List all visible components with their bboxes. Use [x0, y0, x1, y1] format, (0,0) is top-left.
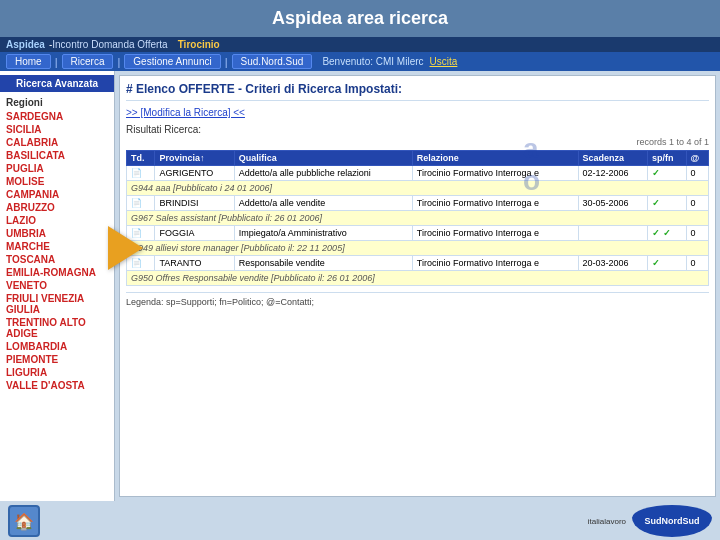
spfn-cell: ✓: [648, 166, 687, 181]
relazione-cell: Tirocinio Formativo Interroga e: [412, 196, 578, 211]
provincia-cell: BRINDISI: [155, 196, 234, 211]
published-row: G967 Sales assistant [Pubblicato il: 26 …: [127, 211, 709, 226]
sidebar-region-item[interactable]: VALLE D'AOSTA: [0, 379, 114, 392]
published-row: G944 aaa [Pubblicato i 24 01 2006]: [127, 181, 709, 196]
content-title: # Elenco OFFERTE - Criteri di Ricerca Im…: [126, 82, 709, 101]
sidebar-region-item[interactable]: EMILIA-ROMAGNA: [0, 266, 114, 279]
table-row: 📄AGRIGENTOAddetto/a alle pubbliche relaz…: [127, 166, 709, 181]
relazione-cell: Tirocinio Formativo Interroga e: [412, 226, 578, 241]
bottom-logos: italialavoro SudNordSud: [588, 505, 712, 537]
arrow-decoration: [108, 226, 143, 270]
sidebar: Ricerca Avanzata Regioni SARDEGNASICILIA…: [0, 71, 115, 501]
at-cell: 0: [686, 226, 709, 241]
sidebar-region-item[interactable]: VENETO: [0, 279, 114, 292]
sidebar-region-item[interactable]: SARDEGNA: [0, 110, 114, 123]
nav-incontro[interactable]: Incontro Domanda Offerta: [52, 39, 167, 50]
relazione-cell: Tirocinio Formativo Interroga e: [412, 166, 578, 181]
nav-tirocinio[interactable]: Tirocinio: [178, 39, 220, 50]
sidebar-region-item[interactable]: TOSCANA: [0, 253, 114, 266]
uscita-link[interactable]: Uscita: [430, 56, 458, 67]
nav-home-btn[interactable]: Home: [6, 54, 51, 69]
legend: Legenda: sp=Supporti; fn=Politico; @=Con…: [126, 292, 709, 307]
scadenza-cell: 20-03-2006: [578, 256, 647, 271]
spfn-cell: ✓: [648, 256, 687, 271]
table-header-cell: sp/fn: [648, 151, 687, 166]
spfn-cell: ✓ ✓: [648, 226, 687, 241]
table-row: G949 allievi store manager [Pubblicato i…: [127, 241, 709, 256]
brand-label: Aspidea: [6, 39, 45, 50]
at-cell: 0: [686, 196, 709, 211]
table-row: G967 Sales assistant [Pubblicato il: 26 …: [127, 211, 709, 226]
results-table: Td.Provincia↑QualificaRelazioneScadenzas…: [126, 150, 709, 286]
sidebar-region-item[interactable]: LIGURIA: [0, 366, 114, 379]
second-nav: Home | Ricerca | Gestione Annunci | Sud.…: [0, 52, 720, 71]
sidebar-region-item[interactable]: PIEMONTE: [0, 353, 114, 366]
qualifica-cell: Impiegato/a Amministrativo: [234, 226, 412, 241]
top-nav: Aspidea - Incontro Domanda Offerta Tiroc…: [0, 37, 720, 52]
header-title: Aspidea area ricerca: [272, 8, 448, 28]
sidebar-region-item[interactable]: LAZIO: [0, 214, 114, 227]
relazione-cell: Tirocinio Formativo Interroga e: [412, 256, 578, 271]
table-header-cell: Scadenza: [578, 151, 647, 166]
content-panel: # Elenco OFFERTE - Criteri di Ricerca Im…: [119, 75, 716, 497]
nav-user-info: Benvenuto: CMI Milerc: [322, 56, 423, 67]
banner-decoration: ao: [523, 133, 540, 197]
sidebar-region-item[interactable]: PUGLIA: [0, 162, 114, 175]
at-cell: 0: [686, 256, 709, 271]
main-content: Ricerca Avanzata Regioni SARDEGNASICILIA…: [0, 71, 720, 501]
results-label: Risultati Ricerca:: [126, 124, 709, 135]
published-row: G950 Offres Responsabile vendite [Pubbli…: [127, 271, 709, 286]
scadenza-cell: [578, 226, 647, 241]
sidebar-region-item[interactable]: CALABRIA: [0, 136, 114, 149]
home-icon-button[interactable]: 🏠: [8, 505, 40, 537]
qualifica-cell: Addetto/a alle vendite: [234, 196, 412, 211]
sidebar-region-item[interactable]: ABRUZZO: [0, 201, 114, 214]
doc-icon-cell: 📄: [127, 196, 155, 211]
table-header-cell: Provincia↑: [155, 151, 234, 166]
back-link[interactable]: >> [Modifica la Ricerca] <<: [126, 107, 709, 118]
scadenza-cell: 30-05-2006: [578, 196, 647, 211]
sidebar-region-item[interactable]: MOLISE: [0, 175, 114, 188]
provincia-cell: FOGGIA: [155, 226, 234, 241]
table-row: 📄TARANTOResponsabile venditeTirocinio Fo…: [127, 256, 709, 271]
sidebar-region-item[interactable]: CAMPANIA: [0, 188, 114, 201]
table-row: 📄FOGGIAImpiegato/a AmministrativoTirocin…: [127, 226, 709, 241]
sidebar-subtitle: Regioni: [0, 95, 114, 110]
table-header-cell: @: [686, 151, 709, 166]
table-row: G950 Offres Responsabile vendite [Pubbli…: [127, 271, 709, 286]
italia-lavoro-logo: italialavoro: [588, 517, 626, 526]
table-header-cell: Relazione: [412, 151, 578, 166]
sidebar-title: Ricerca Avanzata: [0, 75, 114, 92]
scadenza-cell: 02-12-2006: [578, 166, 647, 181]
nav-sudnord-btn[interactable]: Sud.Nord.Sud: [232, 54, 313, 69]
sud-nord-logo: SudNordSud: [632, 505, 712, 537]
doc-icon-cell: 📄: [127, 166, 155, 181]
table-header-cell: Td.: [127, 151, 155, 166]
at-cell: 0: [686, 166, 709, 181]
published-row: G949 allievi store manager [Pubblicato i…: [127, 241, 709, 256]
spfn-cell: ✓: [648, 196, 687, 211]
nav-ricerca-btn[interactable]: Ricerca: [62, 54, 114, 69]
bottom-bar: 🏠 italialavoro SudNordSud: [0, 501, 720, 540]
records-info: records 1 to 4 of 1: [126, 137, 709, 147]
sidebar-region-item[interactable]: UMBRIA: [0, 227, 114, 240]
sidebar-region-item[interactable]: LOMBARDIA: [0, 340, 114, 353]
sidebar-region-item[interactable]: SICILIA: [0, 123, 114, 136]
table-row: 📄BRINDISIAddetto/a alle venditeTirocinio…: [127, 196, 709, 211]
sidebar-region-item[interactable]: BASILICATA: [0, 149, 114, 162]
table-row: G944 aaa [Pubblicato i 24 01 2006]: [127, 181, 709, 196]
qualifica-cell: Responsabile vendite: [234, 256, 412, 271]
sidebar-region-item[interactable]: FRIULI VENEZIA GIULIA: [0, 292, 114, 316]
nav-gestione-btn[interactable]: Gestione Annunci: [124, 54, 220, 69]
sidebar-region-item[interactable]: MARCHE: [0, 240, 114, 253]
provincia-cell: TARANTO: [155, 256, 234, 271]
sidebar-region-item[interactable]: TRENTINO ALTO ADIGE: [0, 316, 114, 340]
qualifica-cell: Addetto/a alle pubbliche relazioni: [234, 166, 412, 181]
table-header-cell: Qualifica: [234, 151, 412, 166]
provincia-cell: AGRIGENTO: [155, 166, 234, 181]
page-header: Aspidea area ricerca: [0, 0, 720, 37]
